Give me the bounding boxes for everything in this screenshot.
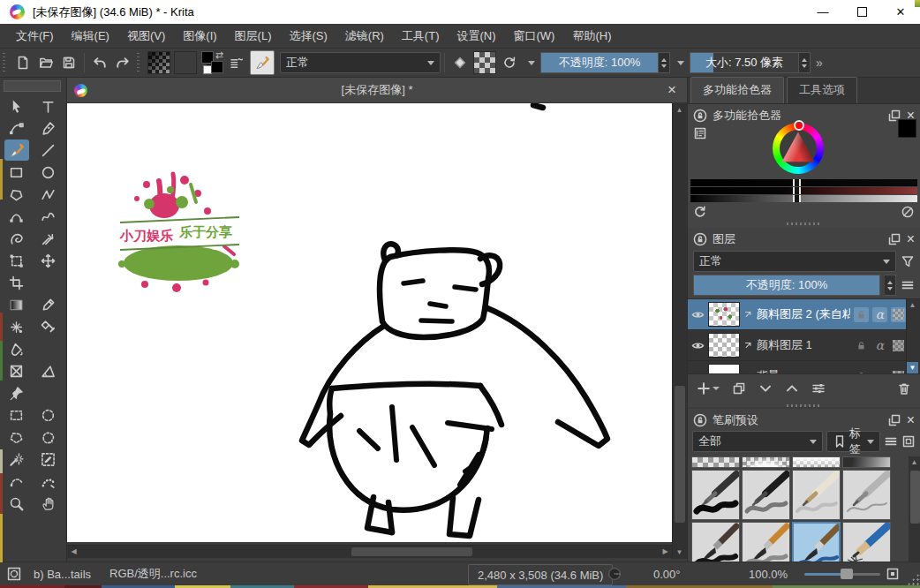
presets-scroll-thumb[interactable] xyxy=(910,471,920,524)
dynamic-brush-tool[interactable] xyxy=(4,228,29,249)
scroll-up-icon[interactable]: ▲ xyxy=(907,299,918,311)
vertical-scroll-thumb[interactable] xyxy=(675,386,685,523)
layer-alpha-lock-icon[interactable]: α xyxy=(872,307,887,322)
bar-handle[interactable] xyxy=(793,187,801,194)
lock-panel-icon[interactable] xyxy=(693,109,707,123)
ivory-pen-preset[interactable] xyxy=(792,470,841,520)
similar-color-selection-tool[interactable] xyxy=(36,449,61,470)
magnetic-selection-tool[interactable] xyxy=(36,471,61,492)
current-brush-name[interactable]: b) Ba...tails xyxy=(34,562,91,585)
selection-display-mode-button[interactable] xyxy=(7,562,21,585)
canvas-angle-value[interactable]: 0.00° xyxy=(653,562,681,585)
dock-splitter[interactable] xyxy=(787,222,822,225)
refresh-colors-icon[interactable] xyxy=(693,205,707,219)
pattern-chooser[interactable] xyxy=(174,51,197,74)
layer-thumbnail[interactable] xyxy=(708,333,740,358)
contiguous-selection-tool[interactable] xyxy=(4,449,29,470)
layer-alpha-lock-icon[interactable]: α xyxy=(872,369,887,375)
current-color-swatch[interactable] xyxy=(898,119,916,138)
scroll-down-icon[interactable]: ▼ xyxy=(907,362,918,373)
opacity-options-dropdown[interactable] xyxy=(670,52,684,73)
toolbar-grip[interactable] xyxy=(137,53,143,72)
window-resize-grip[interactable] xyxy=(907,573,919,585)
ellipse-tool[interactable] xyxy=(36,162,61,183)
layer-menu-icon[interactable] xyxy=(901,278,915,292)
canvas-surface[interactable]: 小刀娱乐 乐于分享 xyxy=(67,103,672,542)
bar-handle[interactable] xyxy=(793,179,801,186)
presets-menu-icon[interactable] xyxy=(884,434,898,449)
bezier-curve-tool[interactable] xyxy=(4,206,29,227)
toolbox-header[interactable] xyxy=(4,80,61,92)
layer-opacity-spinner[interactable] xyxy=(885,275,896,296)
zoom-slider-handle[interactable] xyxy=(841,569,853,579)
eraser-mode-button[interactable] xyxy=(449,51,471,74)
polygonal-selection-tool[interactable] xyxy=(4,426,29,448)
reference-images-tool[interactable] xyxy=(4,382,29,403)
scroll-right-icon[interactable]: ▶ xyxy=(660,546,671,557)
undo-button[interactable] xyxy=(88,51,111,74)
freehand-path-tool[interactable] xyxy=(36,206,61,227)
canvas-horizontal-scrollbar[interactable]: ◀ ▶ xyxy=(67,545,672,558)
menu-item-3[interactable]: 视图(V) xyxy=(118,25,174,48)
rectangle-tool[interactable] xyxy=(4,162,29,183)
move-tool[interactable] xyxy=(36,250,61,271)
preset-filter-dropdown[interactable]: 全部 xyxy=(692,431,823,452)
hue-marker[interactable] xyxy=(794,120,804,131)
dock-splitter[interactable] xyxy=(787,404,822,407)
layer-name[interactable]: 背景 xyxy=(757,368,850,374)
new-document-button[interactable] xyxy=(11,51,34,74)
scroll-up-icon[interactable]: ▲ xyxy=(674,104,685,116)
presets-view-mode-icon[interactable] xyxy=(901,434,916,449)
freehand-selection-tool[interactable] xyxy=(36,426,61,448)
zoom-percent-value[interactable]: 100.0% xyxy=(749,562,788,585)
lock-panel-icon[interactable] xyxy=(693,232,707,246)
move-layer-up-button[interactable] xyxy=(785,381,799,396)
minimize-button[interactable]: — xyxy=(803,0,842,24)
maximize-button[interactable] xyxy=(842,0,881,24)
toolbar-overflow-button[interactable]: » xyxy=(816,56,821,70)
scroll-left-icon[interactable]: ◀ xyxy=(68,546,79,557)
line-tool[interactable] xyxy=(36,139,61,161)
scroll-up-icon[interactable]: ▲ xyxy=(909,456,920,468)
layer-alpha-lock-icon[interactable]: α xyxy=(872,338,887,353)
dock-tab-2[interactable]: 工具选项 xyxy=(787,77,857,103)
canvas-vertical-scrollbar[interactable]: ▲ ▼ xyxy=(672,103,687,559)
layer-inherit-alpha-icon[interactable] xyxy=(891,338,906,353)
duplicate-layer-button[interactable] xyxy=(732,381,746,396)
canvas-tab-bar[interactable]: [未保存图像] * × xyxy=(67,78,687,103)
float-panel-icon[interactable] xyxy=(887,413,901,427)
elliptical-selection-tool[interactable] xyxy=(36,404,61,426)
menu-item-7[interactable]: 滤镜(R) xyxy=(336,25,393,48)
layer-visibility-icon[interactable] xyxy=(691,308,705,321)
measure-tool[interactable] xyxy=(36,360,61,381)
layer-scrollbar[interactable]: ▲ ▼ xyxy=(906,299,920,373)
eraser-preset[interactable] xyxy=(691,456,740,468)
open-document-button[interactable] xyxy=(34,51,57,74)
colorize-mask-tool[interactable] xyxy=(4,316,29,337)
brush-preset-list-button[interactable] xyxy=(225,51,248,74)
scroll-down-icon[interactable]: ▼ xyxy=(674,547,685,558)
layer-filter-icon[interactable] xyxy=(901,254,915,268)
hue-ring[interactable] xyxy=(773,123,824,174)
menu-item-4[interactable]: 图像(I) xyxy=(174,25,225,48)
edit-shapes-tool[interactable] xyxy=(4,117,29,139)
layer-lock-icon[interactable] xyxy=(854,338,869,353)
silver-pen-preset[interactable] xyxy=(842,470,891,520)
layer-inherit-alpha-icon[interactable] xyxy=(891,307,906,322)
menu-item-2[interactable]: 编辑(E) xyxy=(63,25,118,48)
layer-row[interactable]: 颜料图层 2 (来自粘贴)α xyxy=(688,299,920,330)
layer-thumbnail[interactable] xyxy=(708,364,740,374)
canvas-only-mode-button[interactable] xyxy=(886,562,900,585)
close-panel-icon[interactable]: × xyxy=(907,412,915,428)
brush-size-spinner[interactable] xyxy=(799,52,811,73)
brush-size-indicator-icon[interactable] xyxy=(607,562,622,585)
color-profile-label[interactable]: RGB/透明...rc.icc xyxy=(109,562,197,585)
foreground-background-colors[interactable]: ⇄ xyxy=(200,51,223,74)
freehand-brush-tool[interactable] xyxy=(4,139,29,161)
multibrush-tool[interactable] xyxy=(36,228,61,249)
value-bar-2[interactable] xyxy=(690,187,917,194)
reload-options-dropdown[interactable] xyxy=(521,52,535,73)
redo-button[interactable] xyxy=(111,51,134,74)
move-layer-down-button[interactable] xyxy=(758,381,773,396)
close-document-icon[interactable]: × xyxy=(667,81,676,99)
